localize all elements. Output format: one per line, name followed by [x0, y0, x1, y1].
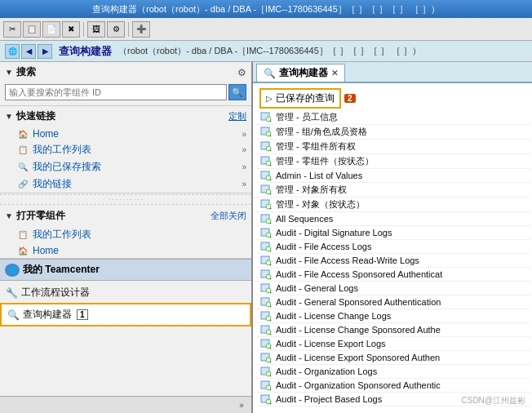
list-item[interactable]: Audit - License Change Sponsored Authe	[255, 323, 530, 337]
svg-line-59	[270, 389, 271, 390]
list-item[interactable]: 管理 - 对象（按状态）	[255, 198, 530, 212]
my-links-icon: 🔗	[16, 179, 29, 190]
query-builder-icon: 🔍	[7, 309, 20, 322]
close-all-button[interactable]: 全部关闭	[211, 210, 246, 222]
query-item-text: Audit - File Access Sponsored Authentica…	[276, 269, 442, 279]
open-comp-title: 打开零组件	[16, 209, 65, 223]
list-item[interactable]: Audit - File Access Logs	[255, 240, 530, 254]
quick-link-worklist[interactable]: 📋 我的工作列表 »	[0, 141, 251, 158]
query-item-text: Audit - License Export Logs	[276, 339, 386, 349]
list-item[interactable]: 管理 - 对象所有权	[255, 183, 530, 198]
quick-link-worklist-arrow: »	[242, 145, 246, 154]
toolbar-delete[interactable]: ✖	[62, 21, 80, 38]
quick-links-header[interactable]: ▼ 快速链接 定制	[0, 106, 251, 127]
home-icon: 🏠	[16, 128, 29, 140]
toolbar-window[interactable]: 🖼	[87, 21, 105, 38]
svg-line-2	[270, 121, 271, 122]
query-list[interactable]: 管理 - 员工信息 管理 - 组/角色成员资格 管理 - 零组件所有权 管理 -…	[253, 110, 532, 413]
nav-title: 查询构建器	[59, 44, 112, 59]
quick-link-saved-search[interactable]: 🔍 我的已保存搜索 »	[0, 158, 251, 175]
list-item[interactable]: Audit - Organization Sponsored Authentic	[255, 379, 530, 393]
search-input[interactable]	[5, 84, 227, 100]
toolbar-add[interactable]: ➕	[132, 21, 150, 38]
open-comp-worklist-text: 我的工作列表	[33, 228, 246, 242]
open-comp-header[interactable]: ▼ 打开零组件 全部关闭	[0, 206, 251, 226]
query-item-text: All Sequences	[276, 214, 333, 224]
toolbar-settings[interactable]: ⚙	[107, 21, 125, 38]
list-item[interactable]: 管理 - 员工信息	[255, 110, 530, 125]
nav-forward[interactable]: ▶	[38, 44, 52, 59]
open-comp-arrow-icon: ▼	[5, 211, 13, 220]
search-input-row: 🔍	[5, 84, 246, 100]
query-item-text: Admin - List of Values	[276, 171, 362, 180]
workflow-label: 工作流程设计器	[21, 286, 90, 300]
quick-link-my-links[interactable]: 🔗 我的链接 »	[0, 175, 251, 193]
query-item-text: Audit - General Logs	[276, 283, 358, 293]
list-item[interactable]: Audit - General Logs	[255, 282, 530, 295]
query-item-text: 管理 - 零组件所有权	[276, 140, 356, 153]
search-button[interactable]: 🔍	[228, 84, 246, 100]
expand-panel-button[interactable]: »	[235, 398, 248, 411]
my-teamcenter-section: 🌐 我的 Teamcenter	[0, 259, 251, 281]
list-item[interactable]: Audit - License Export Sponsored Authen	[255, 351, 530, 365]
list-item[interactable]: Audit - General Sponsored Authentication	[255, 295, 530, 309]
quick-link-home[interactable]: 🏠 Home »	[0, 127, 251, 141]
right-content: ▷ 已保存的查询 2 管理 - 员工信息	[253, 83, 532, 413]
workflow-designer-nav[interactable]: 🔧 工作流程设计器	[0, 282, 251, 303]
svg-line-38	[270, 292, 271, 293]
query-item-text: Audit - License Export Sponsored Authen	[276, 353, 440, 362]
list-item[interactable]: All Sequences	[255, 212, 530, 226]
list-item[interactable]: 管理 - 零组件（按状态）	[255, 154, 530, 169]
query-item-icon	[259, 213, 273, 224]
quick-link-my-links-text: 我的链接	[33, 177, 242, 191]
query-item-icon	[259, 156, 273, 167]
query-item-text: 管理 - 员工信息	[276, 111, 338, 123]
list-item[interactable]: 管理 - 零组件所有权	[255, 140, 530, 154]
query-item-text: Audit - Organization Sponsored Authentic	[276, 380, 441, 390]
search-gear-icon[interactable]: ⚙	[237, 67, 246, 78]
open-comp-home-text: Home	[33, 245, 246, 256]
toolbar-paste[interactable]: 📄	[42, 21, 60, 38]
list-item[interactable]: Audit - Organization Logs	[255, 365, 530, 379]
quick-links-section: ▼ 快速链接 定制 🏠 Home » 📋 我的工作列表 » 🔍 我的已保存搜索 …	[0, 106, 251, 193]
title-bar-text: 查询构建器（robot（robot）- dba / DBA -［IMC--178…	[3, 3, 529, 16]
svg-line-11	[270, 165, 271, 166]
nav-back[interactable]: ◀	[21, 44, 36, 59]
my-teamcenter-header[interactable]: 🌐 我的 Teamcenter	[0, 260, 251, 280]
customize-button[interactable]: 定制	[228, 110, 246, 122]
nav-subtitle: （robot（robot）- dba / DBA -［IMC--17806364…	[118, 45, 421, 57]
open-comp-home[interactable]: 🏠 Home	[0, 243, 251, 258]
worklist-icon: 📋	[16, 144, 29, 156]
saved-queries-header: ▷ 已保存的查询 2	[259, 88, 525, 109]
svg-line-26	[270, 237, 271, 238]
saved-queries-expand-icon: ▷	[266, 94, 273, 103]
list-item[interactable]: Audit - File Access Read-Write Logs	[255, 254, 530, 268]
open-comp-worklist[interactable]: 📋 我的工作列表	[0, 226, 251, 243]
query-item-icon	[259, 127, 273, 138]
open-comp-worklist-icon: 📋	[16, 229, 29, 241]
toolbar-sep1	[83, 22, 84, 37]
list-item[interactable]: Audit - Digital Signature Logs	[255, 226, 530, 240]
nav-globe[interactable]: 🌐	[5, 44, 20, 59]
toolbar-copy[interactable]: 📋	[23, 21, 41, 38]
toolbar-cut[interactable]: ✂	[3, 21, 21, 38]
list-item[interactable]: Admin - List of Values	[255, 169, 530, 183]
search-section-header[interactable]: ▼ 搜索 ⚙	[0, 62, 251, 82]
list-item[interactable]: Audit - License Export Logs	[255, 337, 530, 351]
query-builder-tab[interactable]: 🔍 查询构建器 ✕	[256, 64, 345, 82]
tab-close-icon[interactable]: ✕	[331, 69, 338, 78]
quick-links-arrow-icon: ▼	[5, 112, 13, 121]
saved-queries-toggle[interactable]: ▷ 已保存的查询	[259, 88, 341, 109]
query-item-icon	[259, 296, 273, 308]
title-bar: 查询构建器（robot（robot）- dba / DBA -［IMC--178…	[0, 0, 532, 18]
list-item[interactable]: Audit - File Access Sponsored Authentica…	[255, 268, 530, 282]
bottom-nav: 🔧 工作流程设计器 🔍 查询构建器 1	[0, 282, 251, 326]
svg-line-32	[270, 264, 271, 265]
query-builder-nav[interactable]: 🔍 查询构建器 1	[0, 303, 251, 326]
left-panel: ▼ 搜索 ⚙ 🔍 ▼ 快速链接 定制 🏠 Home » 📋	[0, 62, 253, 413]
list-item[interactable]: Audit - License Change Logs	[255, 309, 530, 323]
list-item[interactable]: 管理 - 组/角色成员资格	[255, 125, 530, 140]
query-item-icon	[259, 380, 273, 391]
saved-queries-badge: 2	[344, 94, 356, 103]
svg-line-50	[270, 348, 271, 349]
